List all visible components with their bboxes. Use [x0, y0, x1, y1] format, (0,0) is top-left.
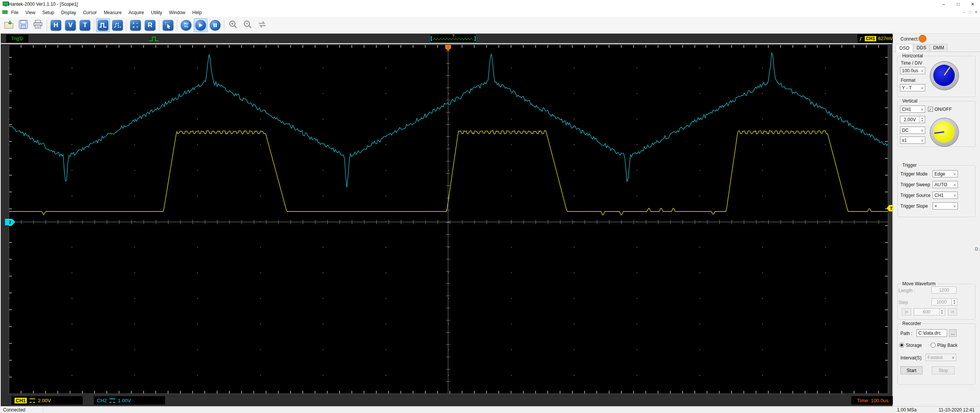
preview-left-bracket: [	[431, 35, 432, 41]
probe-select[interactable]: x1∨	[900, 137, 925, 144]
storage-radio[interactable]	[899, 343, 904, 348]
menu-view[interactable]: View	[22, 10, 39, 15]
reference-button[interactable]: R	[143, 18, 157, 32]
start-button[interactable]: Start	[900, 366, 923, 374]
tab-dmm[interactable]: DMM	[930, 44, 947, 51]
zoom-out-button[interactable]	[241, 18, 255, 32]
autoset-button[interactable]: AUTO	[179, 18, 193, 32]
onoff-label: ON/OFF	[934, 107, 952, 112]
pause-button[interactable]	[208, 18, 222, 32]
print-button[interactable]	[31, 18, 45, 32]
channel-onoff-checkbox[interactable]: ✓	[928, 107, 933, 112]
maximize-button[interactable]: □	[951, 0, 965, 8]
menu-setup[interactable]: Setup	[39, 10, 57, 15]
zoom-in-button[interactable]	[226, 18, 240, 32]
menu-help[interactable]: Help	[189, 10, 205, 15]
pause-icon	[210, 20, 220, 31]
menu-bar: File View Setup Display Cursor Measure A…	[0, 8, 980, 17]
timebase-value: Time: 100.0us	[857, 398, 889, 403]
trigger-panel-button[interactable]: T	[78, 18, 92, 32]
docked-tab-label[interactable]: D...	[975, 247, 980, 251]
play-icon	[195, 20, 206, 31]
menu-measure[interactable]: Measure	[100, 10, 125, 15]
auto-icon: AUTO	[181, 20, 191, 31]
chevron-down-icon: ∨	[953, 183, 956, 187]
chevron-down-icon: ∨	[953, 172, 956, 176]
format-select[interactable]: Y - T∨	[900, 84, 925, 91]
playback-label: Play Back	[937, 343, 957, 348]
spinner-arrows-icon[interactable]: ▲▼	[919, 116, 925, 123]
mdi-minimize-button[interactable]: –	[961, 9, 967, 15]
trigger-slope-select[interactable]: +∨	[933, 202, 958, 210]
format-label: Format	[901, 78, 915, 83]
minimize-button[interactable]: –	[936, 0, 951, 8]
tab-dso[interactable]: DSO	[896, 44, 913, 52]
mdi-restore-button[interactable]: □	[967, 9, 973, 15]
datetime: 11-10-2020 12:41	[939, 407, 975, 413]
chevron-down-icon: ∨	[953, 204, 956, 208]
waveform-position-preview[interactable]: T [ ]	[430, 34, 477, 42]
trigger-source-chip: CH1	[865, 36, 876, 41]
trigger-readout: CH1 627mV	[858, 34, 893, 43]
chevron-down-icon: ∨	[952, 356, 954, 359]
h-icon: H	[51, 20, 61, 31]
menu-utility[interactable]: Utility	[147, 10, 165, 15]
cursor-pointer-icon	[163, 20, 173, 31]
tab-dds[interactable]: DDS	[913, 44, 929, 51]
ch2-trace	[9, 53, 888, 187]
vertical-panel-button[interactable]: V	[64, 18, 77, 32]
horizontal-knob[interactable]	[930, 61, 959, 90]
dashed-square-wave-icon	[112, 20, 123, 31]
path-field[interactable]: C:\data.drc	[916, 329, 947, 337]
app-window: { "window": { "title": "Hantek-2000 Ver1…	[0, 0, 980, 413]
stop-button[interactable]: Stop	[932, 366, 955, 374]
waveform-mode-button[interactable]	[96, 18, 110, 32]
coupling-select[interactable]: DC∨	[900, 127, 925, 134]
ch1-trace	[9, 131, 888, 215]
run-button[interactable]	[194, 18, 207, 32]
timebase-readout: Time: 100.0us	[851, 396, 894, 405]
refresh-button[interactable]	[255, 18, 269, 32]
ch2-readout[interactable]: CH2 1.00V	[94, 396, 165, 405]
ch1-readout[interactable]: CH1 2.00V	[11, 396, 83, 405]
trigger-mode-select[interactable]: Edge∨	[933, 170, 958, 177]
browse-button[interactable]: ...	[949, 329, 957, 337]
cursor-measure-button[interactable]	[161, 18, 175, 32]
math-icon: + −× ÷	[130, 20, 141, 31]
printer-icon	[33, 20, 43, 30]
open-button[interactable]	[2, 18, 16, 32]
dc-coupling-icon	[29, 398, 35, 403]
trigger-sweep-select[interactable]: AUTO∨	[933, 181, 958, 188]
menu-acquire[interactable]: Acquire	[125, 10, 148, 15]
save-button[interactable]	[16, 18, 30, 32]
time-div-select[interactable]: 100.0us∨	[900, 67, 925, 74]
menu-file[interactable]: File	[8, 10, 22, 15]
volts-div-spinner[interactable]: 2.00V▲▼	[900, 116, 925, 123]
status-bar: Connected 1.00 MSa 11-10-2020 12:41	[0, 406, 980, 413]
mdi-close-button[interactable]: ✕	[973, 9, 979, 15]
title-bar: Hantek-2000 Ver1.1.10 - [Scope1] – □ ✕	[0, 0, 980, 8]
menu-cursor[interactable]: Cursor	[80, 10, 100, 15]
connect-indicator[interactable]	[919, 35, 926, 42]
ch1-chip: CH1	[15, 398, 27, 403]
math-button[interactable]: + −× ÷	[129, 18, 142, 32]
toolbar-separator	[47, 20, 47, 31]
vertical-knob[interactable]	[930, 118, 959, 147]
toolbar-separator	[177, 20, 177, 31]
document-icon	[2, 10, 8, 15]
channel-select[interactable]: CH1∨	[900, 106, 925, 113]
waveform-dashed-mode-button[interactable]	[111, 18, 124, 32]
chevron-down-icon: ∨	[921, 107, 923, 111]
menu-window[interactable]: Window	[166, 10, 189, 15]
close-button[interactable]: ✕	[965, 0, 980, 8]
refresh-arrows-icon	[257, 20, 267, 30]
storage-label: Storage	[906, 343, 922, 348]
trigger-source-select[interactable]: CH1∨	[933, 192, 958, 199]
playback-radio[interactable]	[931, 343, 936, 348]
toolbar-separator	[94, 20, 94, 31]
r-icon: R	[145, 20, 155, 31]
menu-display[interactable]: Display	[58, 10, 80, 15]
horizontal-panel-button[interactable]: H	[49, 18, 63, 32]
trigger-status-badge: Trig'D	[6, 35, 28, 42]
trigger-mode-label: Trigger Mode	[900, 171, 928, 177]
